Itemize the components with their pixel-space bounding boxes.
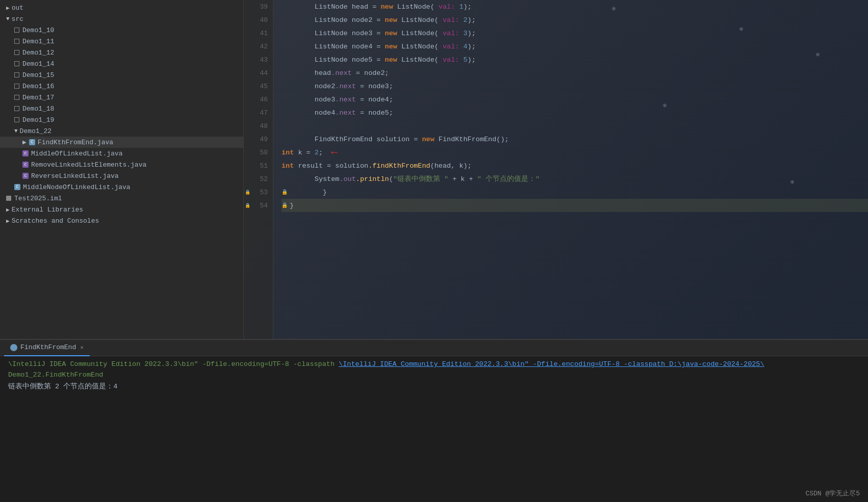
sidebar[interactable]: ▶ out ▼ src Demo1_10 Demo1_11 [0, 0, 244, 339]
code-line-51: int result = solution.findKthFromEnd(hea… [282, 159, 868, 172]
code-token: node2 [282, 83, 335, 90]
sidebar-item-removelinkedlist[interactable]: c RemoveLinkedListElements.java [0, 159, 243, 170]
sidebar-item-demo1_18[interactable]: Demo1_18 [0, 103, 243, 114]
code-token: 4 [459, 43, 467, 50]
code-token: FindKthFromEnd(); [435, 136, 509, 143]
code-token: .next [335, 96, 356, 103]
sidebar-label: FindKthFromEnd.java [38, 139, 113, 146]
code-token: ListNode( [397, 56, 439, 64]
tab-close-button[interactable]: ✕ [80, 344, 84, 351]
line-number-54: 54 [244, 199, 273, 212]
sidebar-label: Demo1_14 [22, 60, 54, 68]
code-token: k = [294, 149, 315, 156]
sidebar-item-demo1_16[interactable]: Demo1_16 [0, 81, 243, 92]
sidebar-item-demo1_22[interactable]: ▼ Demo1_22 [0, 125, 243, 137]
sidebar-item-demo1_14[interactable]: Demo1_14 [0, 58, 243, 69]
sidebar-item-demo1_10[interactable]: Demo1_10 [0, 24, 243, 36]
line-number-53: 53 [244, 186, 273, 199]
code-token: ); [463, 3, 471, 11]
sidebar-item-out[interactable]: ▶ out [0, 2, 243, 13]
sidebar-item-test2025iml[interactable]: Test2025.iml [0, 193, 243, 204]
code-token: node3 [282, 96, 335, 103]
code-line-44: head.next = node2; [282, 66, 868, 80]
line-number-50: 50 [244, 146, 273, 159]
run-tab-icon [10, 344, 17, 351]
line-number-51: 51 [244, 159, 273, 172]
folder-box-icon [14, 28, 19, 33]
sidebar-item-demo1_17[interactable]: Demo1_17 [0, 92, 243, 103]
code-area: 39 40 41 42 43 44 45 46 47 48 49 50 51 5… [244, 0, 868, 339]
code-token-int: int [282, 149, 294, 156]
sidebar-item-demo1_11[interactable]: Demo1_11 [0, 36, 243, 47]
sidebar-label: Test2025.iml [14, 195, 62, 202]
code-token: ListNode( [397, 16, 439, 24]
code-token: val: [439, 56, 459, 64]
folder-box-icon [14, 50, 19, 55]
code-line-50: int k = 2; ← [282, 146, 868, 159]
sidebar-label: Demo1_18 [22, 105, 54, 113]
code-content: 39 40 41 42 43 44 45 46 47 48 49 50 51 5… [244, 0, 868, 339]
iml-file-icon [6, 196, 11, 201]
code-token: new [385, 43, 397, 50]
folder-icon: ▶ [6, 5, 10, 11]
bottom-tab-label: FindKthFromEnd [20, 344, 76, 351]
code-lines: 39 40 41 42 43 44 45 46 47 48 49 50 51 5… [244, 0, 868, 339]
bottom-tab-findkthfromend[interactable]: FindKthFromEnd ✕ [4, 340, 90, 356]
code-line-48 [282, 119, 868, 133]
code-text-area[interactable]: ListNode head = new ListNode( val: 1); L… [273, 0, 868, 339]
output-line: 链表中倒数第 2 个节点的值是：4 [8, 382, 860, 391]
expand-arrow-icon: ▶ [22, 138, 27, 146]
run-command-line: \IntelliJ IDEA Community Edition 2022.3.… [8, 360, 860, 368]
folder-box-icon [14, 106, 19, 111]
line-number-44: 44 [244, 66, 273, 80]
sidebar-item-middlenodeoflinkedlist[interactable]: C MiddleNodeOfLinkedList.java [0, 181, 243, 193]
code-token: 2 [315, 149, 319, 156]
sidebar-item-middleoflinkedlist[interactable]: c MiddleOfLinkedList.java [0, 148, 243, 159]
sidebar-item-reverselinkedlist[interactable]: c ReverseLinkedList.java [0, 170, 243, 181]
sidebar-item-external-libraries[interactable]: ▶ External Libraries [0, 204, 243, 215]
line-number-46: 46 [244, 93, 273, 106]
sidebar-label: Demo1_15 [22, 71, 54, 79]
code-token: head [282, 69, 331, 77]
code-token: val: [439, 30, 459, 37]
sidebar-label: Demo1_22 [20, 127, 52, 135]
code-token: ); [468, 30, 476, 37]
code-line-45: node2.next = node3; [282, 80, 868, 93]
code-token: ; [319, 149, 323, 156]
code-token: 5 [459, 56, 467, 64]
sidebar-item-demo1_12[interactable]: Demo1_12 [0, 47, 243, 58]
sidebar-item-demo1_15[interactable]: Demo1_15 [0, 69, 243, 81]
sidebar-label: Demo1_11 [22, 38, 54, 45]
folder-icon: ▼ [6, 16, 10, 22]
code-token: + k + [448, 175, 477, 183]
sidebar-item-src[interactable]: ▼ src [0, 13, 243, 24]
sidebar-item-findkthfromend[interactable]: ▶ C FindKthFromEnd.java [0, 137, 243, 148]
sidebar-label: MiddleNodeOfLinkedList.java [23, 183, 131, 191]
code-token: .next [331, 69, 352, 77]
code-line-53: 🔒 } [282, 186, 868, 199]
code-token: 3 [459, 30, 467, 37]
code-token: = node3; [356, 83, 393, 90]
java-c-file-icon: C [14, 184, 20, 190]
sidebar-label: Demo1_19 [22, 116, 54, 124]
code-token: val: [435, 3, 455, 11]
bookmark-icon: 🔒 [282, 189, 288, 195]
code-token: val: [439, 16, 459, 24]
folder-box-icon [14, 39, 19, 44]
folder-box-icon [14, 95, 19, 100]
code-token: .findKthFromEnd [368, 162, 430, 170]
code-token: = node4; [356, 96, 393, 103]
sidebar-item-demo1_19[interactable]: Demo1_19 [0, 114, 243, 125]
code-token: = node5; [356, 109, 393, 117]
code-line-49: FindKthFromEnd solution = new FindKthFro… [282, 133, 868, 146]
code-line-54: 🔒 } [282, 199, 868, 212]
code-token: .next [335, 109, 356, 117]
bottom-tabs: FindKthFromEnd ✕ [0, 340, 868, 356]
code-token: 2 [459, 16, 467, 24]
classpath-link[interactable]: \IntelliJ IDEA Community Edition 2022.3.… [339, 360, 764, 368]
code-token: ListNode node2 = [282, 16, 385, 24]
code-token: } [290, 202, 294, 209]
class-run-line: Demo1_22.FindKthFromEnd [8, 371, 860, 379]
code-token: } [290, 189, 327, 196]
sidebar-item-scratches-consoles[interactable]: ▶ Scratches and Consoles [0, 215, 243, 226]
